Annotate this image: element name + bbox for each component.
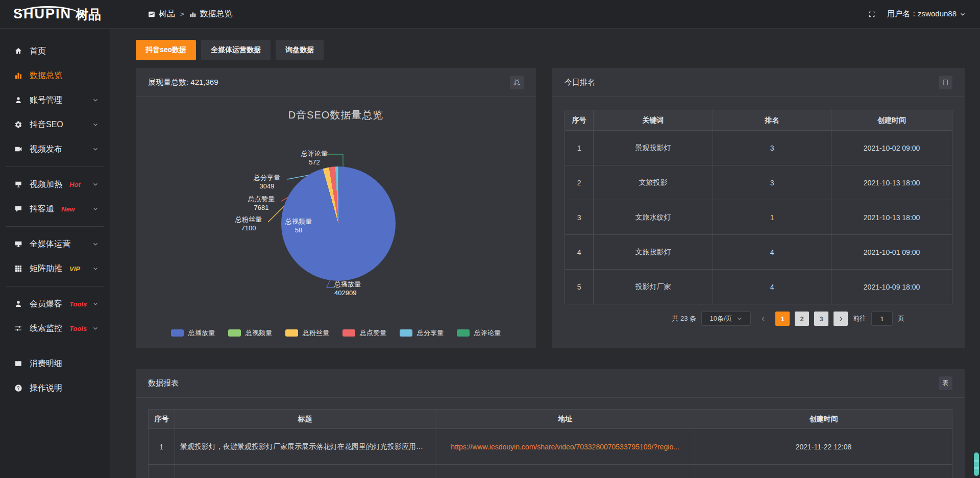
page-size-select[interactable]: 10条/页 [701,312,751,326]
legend-swatch [400,329,412,337]
sidebar-divider [6,166,104,167]
chat-bubble-icon [14,205,23,213]
url-link-cell[interactable]: https://www.iesdouyin.com/share/video/70… [435,429,695,465]
goto-page-input[interactable] [871,312,893,326]
breadcrumb-item[interactable]: 树品 [148,9,175,19]
legend-label: 总点赞量 [360,328,386,338]
legend-item[interactable]: 总粉丝量 [285,328,329,338]
report-title: 数据报表 [148,378,179,388]
sidebar-item-label: 消费明细 [30,358,62,369]
ranking-table: 序号关键词排名创建时间 1景观投影灯32021-10-02 09:002文旅投影… [565,110,952,304]
sidebar-item[interactable]: 会员爆客Tools [0,292,110,316]
column-header: 标题 [175,410,435,429]
sidebar-divider [6,346,104,346]
user-icon [14,96,23,104]
table-cell: 3 [713,165,831,200]
table-row: 4文旅投影灯42021-10-01 09:00 [565,235,952,270]
sidebar-item[interactable]: 视频发布 [0,137,110,161]
sidebar-item-tag: VIP [69,265,80,273]
goto-unit-label: 页 [898,314,904,323]
page-button-3[interactable]: 3 [814,312,828,326]
bar-chart-icon [14,71,23,80]
sidebar-item-label: 线索监控 [30,323,62,334]
sidebar-item-label: 全媒体运营 [30,239,70,250]
chart-legend: 总播放量总视频量总粉丝量总点赞量总分享量总评论量 [136,328,536,338]
chevron-down-icon [92,206,99,212]
topbar-right: 用户名：zswodun88 [868,9,980,19]
chevron-down-icon [92,241,99,247]
legend-swatch [171,329,184,337]
home-icon [14,47,23,55]
overview-badge[interactable]: 总 [510,76,524,89]
pie-chart: D音SEO数据量总览 总评论量 572 总分享量 3049 [136,97,536,348]
table-cell: 文旅投影 [594,165,713,200]
prev-page-button[interactable] [756,312,770,326]
video-camera-icon [14,145,23,153]
legend-swatch [285,329,298,337]
user-menu[interactable]: 用户名：zswodun88 [887,9,966,19]
sidebar-item[interactable]: 操作说明 [0,376,110,400]
column-header: 排名 [713,110,831,131]
column-header: 创建时间 [831,110,952,131]
sidebar-item-label: 视频加热 [30,179,62,190]
table-cell [175,465,435,478]
sidebar-item[interactable]: 抖客通New [0,197,110,221]
overview-header: 展现量总数: 421,369 [148,78,218,87]
legend-item[interactable]: 总分享量 [400,328,444,338]
sidebar-item-label: 矩阵助推 [30,264,62,274]
pagination-total: 共 23 条 [672,314,696,323]
ranking-badge[interactable]: 日 [939,76,952,89]
sidebar-item[interactable]: 数据总览 [0,63,110,88]
ranking-panel: 今日排名 日 序号关键词排名创建时间 1景观投影灯32021-10-02 09:… [552,68,965,348]
user-icon [14,300,23,308]
username-label: 用户名：zswodun88 [887,9,957,19]
table-row: 2文旅投影32021-10-13 18:00 [565,165,952,200]
table-cell: 文旅投影灯 [594,235,713,270]
table-cell: 投影灯厂家 [594,270,713,304]
sidebar-item[interactable]: 全媒体运营 [0,232,110,256]
legend-item[interactable]: 总播放量 [171,328,215,338]
sidebar-item[interactable]: 视频加热Hot [0,172,110,197]
chevron-down-icon [92,181,99,187]
sidebar-item[interactable]: 矩阵助推VIP [0,256,110,281]
chart-title: D音SEO数据量总览 [136,108,536,122]
sidebar-item[interactable]: 账号管理 [0,88,110,112]
chevron-down-icon [92,266,99,272]
sidebar-item-label: 首页 [30,46,46,57]
sidebar-item[interactable]: 抖音SEO [0,112,110,137]
tab-inactive[interactable]: 询盘数据 [276,40,324,60]
report-badge[interactable]: 表 [939,376,952,390]
table-cell: 2021-10-01 09:00 [831,235,952,270]
sidebar-item[interactable]: 线索监控Tools [0,316,110,341]
legend-label: 总播放量 [188,328,215,338]
chevron-down-icon [92,146,99,152]
page-button-2[interactable]: 2 [795,312,809,326]
table-row: 1景观投影灯32021-10-02 09:00 [565,131,952,165]
report-panel: 数据报表 表 序号标题地址创建时间 1景观投影灯，夜游景观投影灯厂家展示展示落花… [136,369,965,478]
goto-label: 前往 [853,314,866,323]
app-logo: SHUPIN 树品 [0,7,110,21]
grid-icon [14,265,23,273]
sidebar-item[interactable]: 首页 [0,39,110,63]
fullscreen-icon[interactable] [868,10,876,18]
legend-item[interactable]: 总点赞量 [342,328,386,338]
question-circle-icon [14,384,23,392]
tab-inactive[interactable]: 全媒体运营数据 [201,40,271,60]
scrollbar-thumb[interactable] [974,452,979,476]
legend-item[interactable]: 总视频量 [228,328,272,338]
page-button-1[interactable]: 1 [775,312,790,326]
legend-swatch [342,329,355,337]
sidebar-item-label: 抖音SEO [30,119,63,130]
pie-label-videos: 总视频量 58 [273,218,324,234]
sidebar-divider [6,226,104,227]
tab-active[interactable]: 抖音seo数据 [136,40,196,60]
column-header: 序号 [149,410,175,429]
breadcrumb-item[interactable]: 数据总览 [189,9,233,19]
pie-label-fans: 总粉丝量 7100 [223,216,274,232]
sidebar-item-label: 数据总览 [30,70,62,81]
next-page-button[interactable] [834,312,848,326]
legend-item[interactable]: 总评论量 [457,328,501,338]
breadcrumb-separator: > [180,10,184,18]
pie-label-likes: 总点赞量 7681 [236,195,287,212]
sidebar-item[interactable]: 消费明细 [0,351,110,376]
